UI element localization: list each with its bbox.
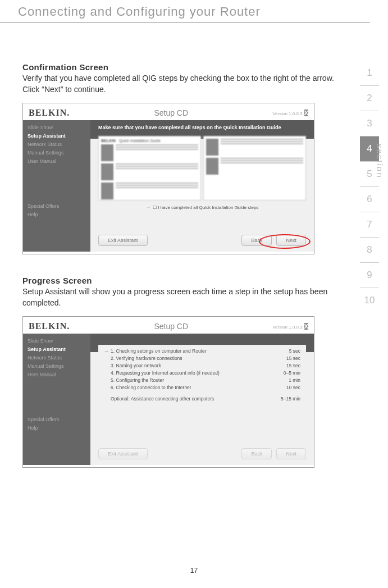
confirmation-heading: Confirmation Screen — [22, 62, 344, 72]
sidebar-item[interactable]: User Manual — [28, 372, 86, 377]
section-nav-item-9[interactable]: 9 — [360, 263, 379, 288]
progress-step-list: → 1. Checking settings on computer and R… — [98, 345, 306, 407]
sidebar-item[interactable]: Slide Show — [28, 338, 86, 344]
sidebar-item[interactable]: Network Status — [28, 142, 86, 147]
confirm-checkbox-label: I have completed all Quick Installation … — [158, 205, 258, 210]
arrow-icon: → — [104, 348, 111, 354]
progress-step-5: 5. Configuring the Router 1 min — [104, 377, 300, 383]
progress-step-6: 6. Checking connection to the Internet 1… — [104, 385, 300, 390]
checkbox-icon[interactable]: ☐ — [153, 205, 157, 210]
version-text: Version 1.0.0.3 — [272, 325, 302, 330]
section-nav-item-3[interactable]: 3 — [360, 111, 379, 136]
sidebar-item[interactable]: Manual Settings — [28, 150, 86, 156]
back-button: Back — [241, 448, 272, 459]
instruction-text: Make sure that you have completed all st… — [98, 125, 306, 130]
belkin-logo: BELKIN. — [29, 108, 70, 118]
sidebar-item[interactable]: Manual Settings — [28, 363, 86, 369]
version-text: Version 1.0.0.3 — [272, 111, 302, 116]
section-nav-item-8[interactable]: 8 — [360, 238, 379, 263]
setup-cd-title: Setup CD — [154, 108, 188, 117]
section-nav-item-10[interactable]: 10 — [360, 288, 379, 313]
section-nav-item-1[interactable]: 1 — [360, 61, 379, 86]
sidebar-item[interactable]: Slide Show — [28, 125, 86, 130]
setup-sidebar: Slide Show Setup Assistant Network Statu… — [23, 334, 90, 465]
sidebar-item-setup-assistant[interactable]: Setup Assistant — [28, 133, 86, 139]
confirmation-screenshot: BELKIN. Setup CD Version 1.0.0.3 X Slide… — [22, 103, 314, 254]
section-nav-item-2[interactable]: 2 — [360, 86, 379, 111]
exit-assistant-button[interactable]: Exit Assistant — [98, 235, 148, 246]
confirm-checkbox-row[interactable]: → ☐ I have completed all Quick Installat… — [98, 205, 306, 210]
setup-cd-title: Setup CD — [154, 322, 188, 331]
page-title: Connecting and Configuring your Router — [0, 0, 388, 22]
arrow-icon: → — [146, 205, 150, 210]
sidebar-item[interactable]: User Manual — [28, 158, 86, 164]
close-icon[interactable]: X — [304, 110, 308, 116]
progress-step-2: 2. Verifying hardware connections 15 sec — [104, 355, 300, 361]
sidebar-item[interactable]: Network Status — [28, 355, 86, 361]
page-number: 17 — [0, 567, 388, 575]
next-button[interactable]: Next — [276, 235, 306, 246]
progress-body: Setup Assistant will show you a progress… — [22, 286, 344, 308]
progress-step-1: → 1. Checking settings on computer and R… — [104, 348, 300, 354]
back-button[interactable]: Back — [241, 235, 272, 246]
qig-guide-preview: BELKIN Quick Installation Guide — [98, 136, 306, 200]
section-nav-item-7[interactable]: 7 — [360, 212, 379, 238]
progress-screenshot: BELKIN. Setup CD Version 1.0.0.3 X Slide… — [22, 316, 314, 468]
progress-step-3: 3. Naming your network 15 sec — [104, 363, 300, 368]
belkin-logo: BELKIN. — [29, 321, 70, 331]
progress-step-4: 4. Requesting your Internet account info… — [104, 370, 300, 376]
section-nav: 1 2 3 4 5 6 7 8 9 10 — [360, 61, 379, 313]
section-label: section — [375, 144, 385, 179]
exit-assistant-button: Exit Assistant — [98, 448, 148, 459]
progress-step-optional: Optional: Assistance connecting other co… — [104, 396, 300, 402]
close-icon[interactable]: X — [304, 323, 308, 330]
sidebar-item[interactable]: Help — [28, 425, 86, 431]
setup-sidebar: Slide Show Setup Assistant Network Statu… — [23, 120, 90, 252]
sidebar-item[interactable]: Help — [28, 212, 86, 217]
page-content: Confirmation Screen Verify that you have… — [0, 23, 388, 468]
next-button: Next — [276, 448, 306, 459]
confirmation-body: Verify that you have completed all QIG s… — [22, 73, 344, 95]
sidebar-item[interactable]: Special Offers — [28, 417, 86, 422]
progress-heading: Progress Screen — [22, 276, 344, 285]
section-nav-item-6[interactable]: 6 — [360, 187, 379, 212]
sidebar-item[interactable]: Special Offers — [28, 203, 86, 209]
sidebar-item-setup-assistant[interactable]: Setup Assistant — [28, 347, 86, 352]
